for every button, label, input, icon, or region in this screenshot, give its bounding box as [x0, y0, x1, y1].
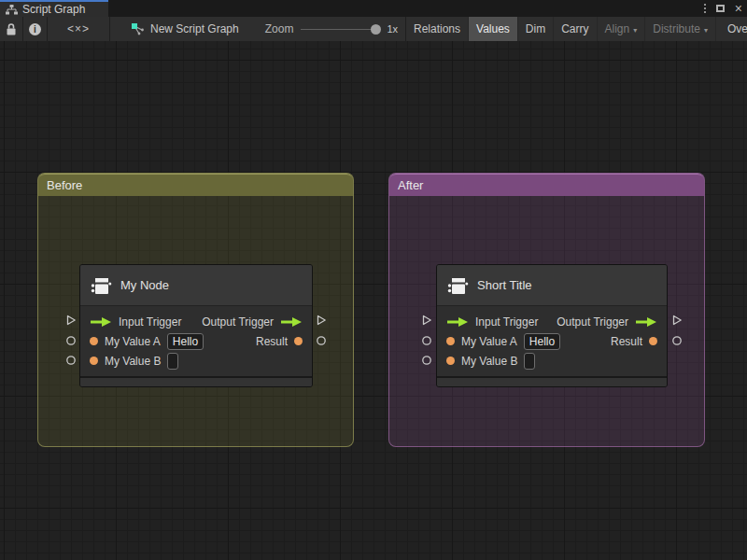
outer-trigger-in-port[interactable] — [65, 315, 77, 326]
carry-button[interactable]: Carry — [554, 17, 597, 41]
zoom-slider-track[interactable] — [301, 29, 374, 30]
tab-title: Script Graph — [22, 3, 85, 16]
trigger-in-port-icon[interactable] — [90, 316, 112, 328]
group-before-header[interactable]: Before — [38, 174, 353, 196]
align-dropdown[interactable]: Align ▾ — [598, 17, 646, 41]
group-label: After — [398, 178, 423, 192]
value-a-field[interactable]: Hello — [524, 333, 560, 350]
port-label: Result — [611, 335, 642, 348]
tab-bar: Script Graph × — [0, 0, 747, 17]
outer-trigger-in-port[interactable] — [421, 315, 432, 326]
port-label: My Value B — [105, 355, 161, 368]
info-icon: i — [29, 23, 41, 35]
node-footer — [437, 376, 667, 386]
zoom-label: Zoom — [265, 22, 294, 35]
trigger-out-port-icon[interactable] — [635, 316, 657, 328]
node-title: Short Title — [477, 278, 532, 292]
zoom-control: Zoom 1x — [265, 17, 405, 41]
port-row: My Value A Hello Result — [80, 331, 312, 351]
value-b-field[interactable] — [167, 353, 178, 370]
window-menu-icon[interactable] — [704, 4, 706, 13]
close-icon[interactable]: × — [735, 2, 742, 15]
node-title: My Node — [120, 278, 169, 292]
value-in-port-icon[interactable] — [90, 337, 98, 345]
values-button[interactable]: Values — [469, 17, 518, 41]
unit-icon — [90, 274, 112, 297]
value-in-port-icon[interactable] — [90, 357, 98, 365]
value-a-field[interactable]: Hello — [167, 333, 204, 350]
inspect-button[interactable]: i — [23, 17, 47, 41]
outer-trigger-out-port[interactable] — [671, 315, 683, 326]
node-my-node[interactable]: My Node Input Trigger Output Trigger — [79, 264, 313, 387]
value-out-port-icon[interactable] — [294, 337, 303, 345]
group-after-header[interactable]: After — [389, 174, 704, 196]
outer-value-out-port[interactable] — [671, 335, 683, 346]
new-script-graph-button[interactable]: New Script Graph — [110, 22, 252, 35]
node-body: Input Trigger Output Trigger My Value A … — [437, 306, 667, 376]
distribute-dropdown[interactable]: Distribute ▾ — [645, 17, 716, 41]
chevron-down-icon: ▾ — [704, 24, 708, 35]
value-in-port-icon[interactable] — [446, 337, 455, 345]
node-body: Input Trigger Output Trigger My Value A … — [80, 306, 312, 376]
port-label: Result — [256, 335, 288, 348]
window-controls: × — [704, 0, 742, 17]
dim-button[interactable]: Dim — [518, 17, 554, 41]
port-label: Input Trigger — [119, 315, 181, 329]
outer-value-in-port[interactable] — [65, 355, 77, 366]
graph-canvas[interactable]: Before After My Node — [0, 41, 747, 560]
node-header[interactable]: Short Title — [437, 265, 667, 306]
lock-button[interactable] — [0, 17, 22, 41]
maximize-icon[interactable] — [716, 5, 725, 12]
new-graph-label: New Script Graph — [150, 22, 239, 35]
node-short-title[interactable]: Short Title Input Trigger Output Trigger — [436, 264, 668, 387]
code-icon: <×> — [67, 22, 90, 35]
node-header[interactable]: My Node — [80, 265, 312, 306]
trigger-in-port-icon[interactable] — [446, 316, 469, 328]
node-footer — [80, 376, 312, 386]
value-b-field[interactable] — [524, 353, 535, 370]
port-row: My Value A Hello Result — [437, 331, 667, 351]
port-row: Input Trigger Output Trigger — [80, 312, 312, 331]
zoom-value: 1x — [387, 23, 398, 35]
new-graph-icon — [131, 22, 145, 35]
port-label: My Value B — [461, 355, 517, 368]
outer-value-out-port[interactable] — [316, 335, 327, 346]
outer-value-in-port[interactable] — [421, 355, 432, 366]
port-row: My Value B — [80, 351, 312, 371]
outer-trigger-out-port[interactable] — [316, 315, 327, 326]
value-out-port-icon[interactable] — [649, 337, 657, 345]
port-label: Input Trigger — [475, 315, 538, 329]
port-label: Output Trigger — [557, 315, 628, 329]
port-label: My Value A — [105, 335, 161, 348]
relations-button[interactable]: Relations — [406, 17, 469, 41]
outer-value-in-port[interactable] — [65, 335, 77, 346]
zoom-slider-handle[interactable] — [371, 24, 381, 35]
script-graph-window: Script Graph × i <×> — [0, 0, 747, 560]
group-label: Before — [47, 178, 82, 192]
value-in-port-icon[interactable] — [446, 357, 455, 365]
overview-button[interactable]: Overview — [720, 17, 747, 41]
port-label: My Value A — [461, 335, 517, 348]
zoom-slider[interactable] — [301, 17, 381, 41]
port-row: My Value B — [437, 351, 667, 371]
port-row: Input Trigger Output Trigger — [437, 312, 667, 331]
graph-hierarchy-icon — [6, 5, 18, 15]
chevron-down-icon: ▾ — [633, 24, 637, 35]
trigger-out-port-icon[interactable] — [280, 316, 303, 328]
tab-script-graph[interactable]: Script Graph — [0, 0, 108, 17]
lock-icon — [6, 23, 17, 35]
code-preview-button[interactable]: <×> — [48, 17, 109, 41]
graph-toolbar: i <×> New Script Graph Zoom 1x Re — [0, 17, 747, 41]
outer-value-in-port[interactable] — [421, 335, 432, 346]
port-label: Output Trigger — [202, 315, 274, 329]
unit-icon — [446, 274, 469, 297]
